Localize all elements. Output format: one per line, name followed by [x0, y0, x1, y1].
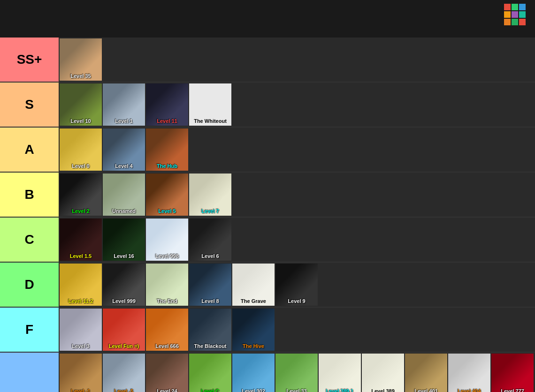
tier-item-label-level24: Level 24	[146, 388, 188, 392]
tier-items-d: Level 11.2Level 999The EndLevel 8The Gra…	[59, 263, 535, 307]
tier-item-levelneg5[interactable]: Level -5	[103, 354, 145, 392]
tier-item-levelneg1[interactable]: Level -1	[60, 354, 102, 392]
tier-item-hub[interactable]: The Hub	[146, 128, 188, 171]
tier-item-label-level777: Level 777	[491, 388, 534, 392]
tier-item-levelfun[interactable]: Level Fun =)	[103, 309, 145, 351]
tier-item-label-level6: Level 6	[189, 253, 231, 259]
tier-item-end[interactable]: The End	[146, 264, 188, 306]
tier-item-levelc[interactable]: Level C	[189, 354, 231, 392]
tier-item-label-level5: Level 5	[146, 208, 188, 214]
tier-item-label-level112: Level 11.2	[60, 298, 102, 304]
tier-item-label-levelneg1: Level -1	[60, 388, 102, 392]
tier-item-label-level404: Level 404	[448, 388, 490, 392]
tier-items-s: Level 10Level 1Level 11The Whiteout	[59, 83, 535, 127]
tier-label-a: A	[0, 128, 59, 172]
tier-item-level112[interactable]: Level 11.2	[60, 264, 102, 306]
tier-row-ss: SS+Level 35	[0, 38, 535, 83]
tier-item-label-level666: Level 666	[146, 343, 188, 349]
tier-items-ss: Level 35	[59, 38, 535, 82]
tier-item-whiteout[interactable]: The Whiteout	[189, 83, 231, 126]
tier-items-c: Level 1.5Level 16Level 998Level 6	[59, 218, 535, 262]
tier-items-dr: Level -1Level -5Level 24Level CLevel 302…	[59, 353, 535, 392]
tier-item-hive[interactable]: The Hive	[232, 309, 275, 351]
tier-item-label-level33: Level 33	[275, 388, 318, 392]
tier-item-grave[interactable]: The Grave	[232, 264, 275, 306]
tier-item-level666[interactable]: Level 666	[146, 309, 188, 351]
tier-item-level777[interactable]: Level 777	[491, 354, 534, 392]
tier-items-f: Level 3Level Fun =)Level 666The Blackout…	[59, 308, 535, 352]
tier-items-a: Level 0Level 4The Hub	[59, 128, 535, 172]
tier-item-label-levelneg5: Level -5	[103, 388, 145, 392]
tier-item-level10[interactable]: Level 10	[60, 83, 102, 126]
tier-item-level999[interactable]: Level 999	[103, 264, 145, 306]
tier-items-b: Level 2UnnamedLevel 5Level 7	[59, 173, 535, 217]
tier-item-label-level2: Level 2	[60, 208, 102, 214]
tier-item-level302[interactable]: Level 302	[232, 354, 275, 392]
tier-item-unnamed[interactable]: Unnamed	[103, 173, 145, 216]
tier-item-label-level998: Level 998	[146, 253, 188, 259]
tier-item-label-level3: Level 3	[60, 343, 102, 349]
tier-item-label-level35: Level 35	[60, 73, 102, 79]
tier-row-a: ALevel 0Level 4The Hub	[0, 128, 535, 173]
tier-item-label-unnamed: Unnamed	[103, 208, 145, 214]
tier-label-ss: SS+	[0, 38, 59, 82]
logo-grid-icon	[504, 4, 526, 25]
tier-item-label-end: The End	[146, 298, 188, 304]
tier-row-s: SLevel 10Level 1Level 11The Whiteout	[0, 83, 535, 128]
tier-item-label-level8: Level 8	[189, 298, 231, 304]
tier-item-level9[interactable]: Level 9	[275, 264, 318, 306]
tier-item-level8[interactable]: Level 8	[189, 264, 231, 306]
tier-item-level2[interactable]: Level 2	[60, 173, 102, 216]
tier-item-level16[interactable]: Level 16	[103, 219, 145, 261]
tier-item-label-level401: Level 401	[405, 388, 447, 392]
tier-item-level389[interactable]: Level 389	[362, 354, 404, 392]
tier-item-level401[interactable]: Level 401	[405, 354, 447, 392]
tier-label-s: S	[0, 83, 59, 127]
tier-item-level6[interactable]: Level 6	[189, 219, 231, 261]
tier-label-c: C	[0, 218, 59, 262]
tiermaker-logo	[504, 4, 530, 25]
tier-item-label-levelfun: Level Fun =)	[103, 343, 145, 349]
tier-item-label-level7: Level 7	[189, 208, 231, 214]
tier-item-label-level0: Level 0	[60, 163, 102, 169]
tier-item-label-hub: The Hub	[146, 163, 188, 169]
tier-item-level5[interactable]: Level 5	[146, 173, 188, 216]
tier-item-label-blackout: The Blackout	[189, 343, 231, 349]
tier-label-dr: Didn't Read	[0, 353, 59, 392]
tier-item-level0[interactable]: Level 0	[60, 128, 102, 171]
tier-item-level15[interactable]: Level 1.5	[60, 219, 102, 261]
tier-item-level33[interactable]: Level 33	[275, 354, 318, 392]
tier-item-label-level10: Level 10	[60, 118, 102, 124]
tier-item-level404[interactable]: Level 404	[448, 354, 490, 392]
tier-item-label-level3891: Level 389.1	[319, 388, 361, 392]
tier-item-level3[interactable]: Level 3	[60, 309, 102, 351]
tier-item-label-levelc: Level C	[189, 388, 231, 392]
tier-item-label-level11: Level 11	[146, 118, 188, 124]
tier-item-level998[interactable]: Level 998	[146, 219, 188, 261]
tier-item-level7[interactable]: Level 7	[189, 173, 231, 216]
top-bar	[0, 0, 535, 38]
tier-item-label-level389: Level 389	[362, 388, 404, 392]
tier-item-label-whiteout: The Whiteout	[189, 118, 231, 124]
tier-item-label-level302: Level 302	[232, 388, 275, 392]
tier-row-f: FLevel 3Level Fun =)Level 666The Blackou…	[0, 308, 535, 353]
tier-item-label-level1: Level 1	[103, 118, 145, 124]
tier-item-label-level999: Level 999	[103, 298, 145, 304]
tier-item-label-level15: Level 1.5	[60, 253, 102, 259]
tier-item-level1[interactable]: Level 1	[103, 83, 145, 126]
tier-item-label-hive: The Hive	[232, 343, 275, 349]
tier-item-blackout[interactable]: The Blackout	[189, 309, 231, 351]
tier-row-d: DLevel 11.2Level 999The EndLevel 8The Gr…	[0, 263, 535, 308]
tierlist: SS+Level 35SLevel 10Level 1Level 11The W…	[0, 38, 535, 392]
tier-item-label-level4: Level 4	[103, 163, 145, 169]
tier-label-f: F	[0, 308, 59, 352]
tier-item-level24[interactable]: Level 24	[146, 354, 188, 392]
tier-item-level11[interactable]: Level 11	[146, 83, 188, 126]
tier-item-label-grave: The Grave	[232, 298, 275, 304]
tier-item-level4[interactable]: Level 4	[103, 128, 145, 171]
tier-label-d: D	[0, 263, 59, 307]
tier-label-b: B	[0, 173, 59, 217]
tier-item-level35[interactable]: Level 35	[60, 38, 102, 81]
tier-item-level3891[interactable]: Level 389.1	[319, 354, 361, 392]
tier-row-b: BLevel 2UnnamedLevel 5Level 7	[0, 173, 535, 218]
